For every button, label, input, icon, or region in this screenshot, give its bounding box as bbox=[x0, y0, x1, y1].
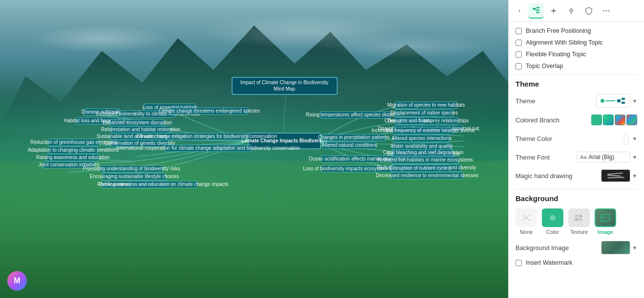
app-logo[interactable]: M bbox=[7, 271, 27, 291]
svg-rect-44 bbox=[537, 9, 539, 11]
bg-color-option[interactable]: Color bbox=[542, 208, 563, 235]
svg-text:International cooperation for : International cooperation for climate ch… bbox=[116, 145, 300, 151]
alignment-sibling-label: Alignment With Sibling Topic bbox=[526, 39, 602, 46]
swatch-3[interactable] bbox=[615, 115, 625, 125]
svg-rect-55 bbox=[622, 98, 625, 100]
flexible-floating-row: Flexible Floating Topic bbox=[515, 51, 637, 58]
svg-rect-63 bbox=[579, 218, 582, 221]
toolbar-shield-btn[interactable] bbox=[581, 3, 597, 19]
svg-text:Encouraging sustainable lifest: Encouraging sustainable lifestyle choice… bbox=[90, 174, 179, 179]
bg-image-preview[interactable] bbox=[601, 241, 630, 254]
svg-text:Adaptation to changing climati: Adaptation to changing climatic conditio… bbox=[28, 147, 119, 153]
topic-overlap-checkbox[interactable] bbox=[515, 63, 522, 69]
toolbar-icons bbox=[528, 3, 640, 19]
svg-text:Reforestation and habitat rest: Reforestation and habitat restoration bbox=[101, 127, 180, 132]
background-options: None Color bbox=[515, 208, 637, 235]
svg-point-51 bbox=[603, 10, 605, 11]
bg-texture-icon bbox=[568, 208, 590, 227]
bg-image-option[interactable]: Image bbox=[595, 208, 616, 235]
branch-free-checkbox[interactable] bbox=[515, 28, 522, 34]
divider-2 bbox=[515, 189, 637, 189]
topic-overlap-label: Topic Overlap bbox=[526, 63, 563, 69]
svg-text:Coral bleaching and reef degra: Coral bleaching and reef degradation bbox=[383, 150, 464, 155]
theme-font-row: Theme Font Aa Arial (Big) ▼ bbox=[515, 152, 637, 162]
swatch-4[interactable] bbox=[626, 115, 637, 125]
svg-text:Impact of Climate Change in Bi: Impact of Climate Change in Biodiversity bbox=[240, 80, 328, 85]
theme-color-label: Theme Color bbox=[515, 135, 552, 142]
svg-rect-45 bbox=[537, 12, 539, 13]
svg-point-59 bbox=[550, 215, 556, 221]
svg-text:Climate change threatens endan: Climate change threatens endangered spec… bbox=[159, 108, 260, 114]
theme-font-dropdown[interactable]: ▼ bbox=[632, 155, 637, 160]
theme-color-row: Theme Color ▼ bbox=[515, 132, 637, 145]
divider-1 bbox=[515, 74, 637, 75]
panel-toolbar: ‹ bbox=[509, 0, 644, 22]
svg-text:Altered species interactions: Altered species interactions bbox=[392, 136, 451, 141]
svg-point-52 bbox=[606, 10, 607, 11]
svg-rect-56 bbox=[622, 102, 625, 104]
canvas-area[interactable]: Impact of Climate Change in Biodiversity… bbox=[0, 0, 508, 298]
branch-free-label: Branch Free Positioning bbox=[526, 27, 591, 34]
swatch-1[interactable] bbox=[591, 115, 602, 125]
bg-none-option[interactable]: None bbox=[515, 208, 537, 235]
svg-text:Droughts and floods: Droughts and floods bbox=[387, 118, 431, 123]
swatch-2[interactable] bbox=[603, 115, 614, 125]
svg-point-50 bbox=[571, 10, 572, 11]
branch-free-row: Branch Free Positioning bbox=[515, 27, 637, 34]
theme-color-palette bbox=[624, 132, 628, 145]
svg-text:Promoting understanding of bio: Promoting understanding of biodiversity … bbox=[83, 166, 180, 171]
alignment-sibling-row: Alignment With Sibling Topic bbox=[515, 39, 637, 46]
svg-text:Reduced fish habitats in marin: Reduced fish habitats in marine ecosyste… bbox=[377, 157, 473, 162]
bg-image-label: Background Image bbox=[515, 244, 569, 252]
svg-text:Enhanced ecosystem disruption: Enhanced ecosystem disruption bbox=[103, 120, 172, 125]
flexible-floating-checkbox[interactable] bbox=[515, 51, 522, 58]
right-panel: ‹ bbox=[508, 0, 644, 298]
toolbar-structure-btn[interactable] bbox=[528, 3, 544, 19]
branch-swatches bbox=[591, 115, 637, 125]
collapse-button[interactable]: ‹ bbox=[513, 4, 526, 18]
bg-color-icon bbox=[542, 208, 563, 227]
topic-overlap-row: Topic Overlap bbox=[515, 63, 637, 69]
colored-branch-row: Colored Branch bbox=[515, 115, 637, 125]
mindmap-svg[interactable]: Impact of Climate Change in Biodiversity… bbox=[0, 0, 508, 298]
theme-dropdown-arrow[interactable]: ▼ bbox=[632, 98, 637, 104]
magic-hand-dropdown[interactable]: ▼ bbox=[632, 173, 637, 179]
toolbar-location-btn[interactable] bbox=[563, 3, 579, 19]
magic-hand-label: Magic hand drawing bbox=[515, 172, 572, 180]
svg-text:Disruption of nutrient cycles: Disruption of nutrient cycles bbox=[390, 165, 451, 171]
bg-image-icon bbox=[595, 208, 616, 227]
bg-image-dropdown[interactable]: ▼ bbox=[632, 245, 637, 251]
svg-line-46 bbox=[536, 7, 537, 9]
svg-rect-61 bbox=[579, 215, 582, 217]
watermark-label: Insert Watermark bbox=[526, 259, 572, 266]
svg-text:Changes in precipitation patte: Changes in precipitation patterns bbox=[318, 135, 389, 140]
bg-texture-option[interactable]: Texture bbox=[568, 208, 590, 235]
bg-none-label: None bbox=[520, 229, 533, 235]
svg-text:Reduction of greenhouse gas em: Reduction of greenhouse gas emissions bbox=[30, 139, 117, 145]
theme-control: ▼ bbox=[596, 94, 637, 108]
bg-image-row: Background Image ▼ bbox=[515, 241, 637, 254]
watermark-checkbox[interactable] bbox=[515, 260, 522, 266]
toolbar-more-btn[interactable] bbox=[599, 3, 614, 19]
theme-preview-btn[interactable] bbox=[596, 94, 630, 108]
magic-hand-preview[interactable] bbox=[601, 169, 630, 182]
svg-text:Displacement of native species: Displacement of native species bbox=[390, 110, 458, 115]
svg-text:Climate change mitigation stra: Climate change mitigation strategies for… bbox=[136, 134, 277, 139]
magic-hand-row: Magic hand drawing ▼ bbox=[515, 169, 637, 182]
alignment-sibling-checkbox[interactable] bbox=[515, 40, 522, 46]
background-section-title: Background bbox=[515, 194, 637, 203]
svg-rect-60 bbox=[575, 215, 578, 217]
svg-text:Public awareness and education: Public awareness and education on climat… bbox=[99, 182, 228, 187]
flexible-floating-label: Flexible Floating Topic bbox=[526, 51, 586, 58]
magic-hand-control: ▼ bbox=[601, 169, 637, 182]
theme-font-selector[interactable]: Aa Arial (Big) bbox=[577, 152, 630, 162]
theme-color-dropdown[interactable]: ▼ bbox=[632, 136, 637, 141]
theme-color-control: ▼ bbox=[624, 132, 637, 145]
watermark-row: Insert Watermark bbox=[515, 259, 637, 266]
svg-point-53 bbox=[608, 10, 610, 11]
panel-content: Branch Free Positioning Alignment With S… bbox=[509, 22, 644, 298]
theme-font-control: Aa Arial (Big) ▼ bbox=[577, 152, 637, 162]
theme-row: Theme ▼ bbox=[515, 94, 637, 108]
svg-text:Migration of species to new ha: Migration of species to new habitats bbox=[387, 102, 465, 108]
toolbar-sparkle-btn[interactable] bbox=[546, 3, 561, 19]
